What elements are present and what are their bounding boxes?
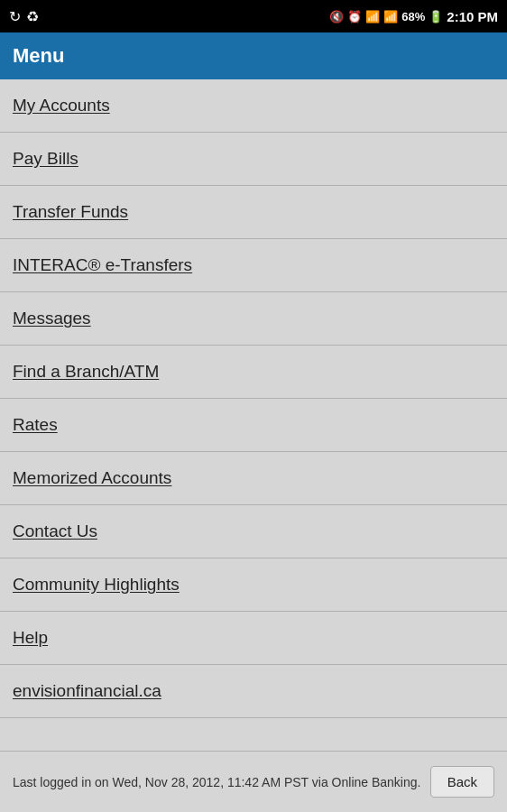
menu-item-rates[interactable]: Rates	[0, 399, 507, 452]
footer: Last logged in on Wed, Nov 28, 2012, 11:…	[0, 751, 507, 812]
menu-item-community-highlights[interactable]: Community Highlights	[0, 558, 507, 612]
menu-list: My AccountsPay BillsTransfer FundsINTERA…	[0, 79, 507, 751]
refresh-icon: ♻	[26, 8, 39, 25]
menu-item-pay-bills[interactable]: Pay Bills	[0, 133, 507, 186]
back-button[interactable]: Back	[430, 766, 494, 798]
menu-item-label-rates: Rates	[13, 415, 58, 435]
menu-item-label-contact-us: Contact Us	[13, 521, 97, 541]
status-left-icons: ↻ ♻	[9, 8, 39, 25]
menu-item-label-transfer-funds: Transfer Funds	[13, 202, 128, 222]
menu-item-label-messages: Messages	[13, 309, 91, 328]
status-bar: ↻ ♻ 🔇 ⏰ 📶 📶 68% 🔋 2:10 PM	[0, 0, 507, 32]
battery-percent: 68%	[401, 10, 425, 23]
menu-item-messages[interactable]: Messages	[0, 292, 507, 346]
menu-item-label-find-branch-atm: Find a Branch/ATM	[13, 362, 159, 382]
last-logged-in-text: Last logged in on Wed, Nov 28, 2012, 11:…	[13, 775, 430, 789]
battery-icon: 🔋	[429, 10, 443, 23]
signal-icon: 📶	[383, 10, 398, 23]
menu-item-label-memorized-accounts: Memorized Accounts	[13, 468, 171, 488]
menu-item-envision-website[interactable]: envisionfinancial.ca	[0, 665, 507, 718]
menu-item-label-community-highlights: Community Highlights	[13, 575, 180, 595]
menu-item-label-envision-website: envisionfinancial.ca	[13, 681, 161, 701]
time-display: 2:10 PM	[447, 9, 498, 24]
menu-item-contact-us[interactable]: Contact Us	[0, 505, 507, 558]
status-right-icons: 🔇 ⏰ 📶 📶 68% 🔋 2:10 PM	[329, 9, 498, 24]
menu-item-find-branch-atm[interactable]: Find a Branch/ATM	[0, 346, 507, 399]
menu-item-label-help: Help	[13, 628, 48, 648]
menu-item-memorized-accounts[interactable]: Memorized Accounts	[0, 452, 507, 505]
alarm-icon: ⏰	[347, 10, 362, 23]
menu-item-my-accounts[interactable]: My Accounts	[0, 79, 507, 133]
wifi-icon: 📶	[365, 10, 380, 23]
app-header: Menu	[0, 32, 507, 79]
menu-item-help[interactable]: Help	[0, 612, 507, 665]
menu-item-interac-transfers[interactable]: INTERAC® e-Transfers	[0, 239, 507, 292]
sync-icon: ↻	[9, 8, 21, 25]
header-title: Menu	[13, 44, 64, 68]
menu-item-label-my-accounts: My Accounts	[13, 96, 110, 115]
mute-icon: 🔇	[329, 10, 344, 23]
menu-item-label-interac-transfers: INTERAC® e-Transfers	[13, 255, 192, 275]
menu-item-label-pay-bills: Pay Bills	[13, 149, 78, 169]
menu-item-transfer-funds[interactable]: Transfer Funds	[0, 186, 507, 239]
